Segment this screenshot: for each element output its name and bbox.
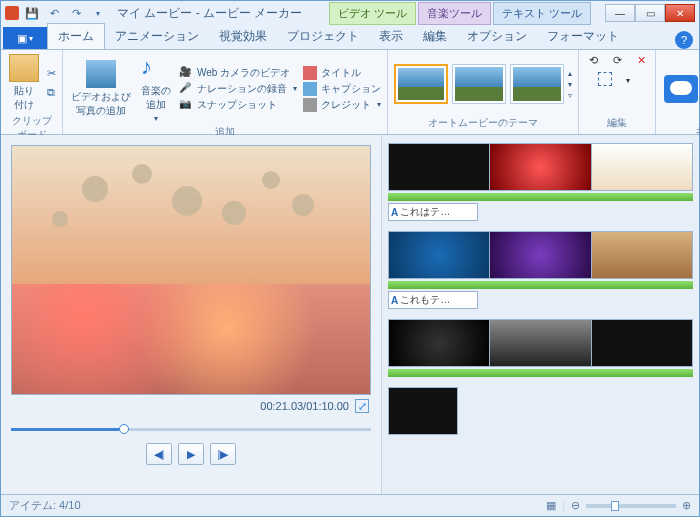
video-tools-tab[interactable]: ビデオ ツール [329, 2, 416, 25]
tab-view[interactable]: 表示 [369, 24, 413, 49]
zoom-out-icon[interactable]: ⊖ [571, 499, 580, 512]
zoom-slider[interactable] [586, 504, 676, 508]
close-button[interactable]: ✕ [665, 4, 695, 22]
add-media-label: ビデオおよび 写真の追加 [71, 90, 131, 118]
play-button[interactable]: ▶ [178, 443, 204, 465]
clip[interactable] [490, 144, 591, 190]
audio-track[interactable] [388, 193, 693, 201]
zoom-in-icon[interactable]: ⊕ [682, 499, 691, 512]
storyboard-panel[interactable]: Aこれはテ… Aこれもテ… [381, 135, 699, 494]
group-share: 🖬 ムービー の保存 ▾ 共有 [656, 50, 700, 134]
tab-project[interactable]: プロジェクト [277, 24, 369, 49]
add-media-button[interactable]: ビデオおよび 写真の追加 [69, 58, 133, 120]
music-icon: ♪ [141, 54, 171, 82]
preview-panel: 00:21.03/01:10.00 ⤢ ◀| ▶ |▶ [1, 135, 381, 494]
minimize-button[interactable]: — [605, 4, 635, 22]
clip[interactable] [592, 320, 692, 366]
tools-dropdown-icon[interactable]: ▾ [620, 72, 636, 88]
preview-monitor[interactable] [11, 145, 371, 395]
help-icon[interactable]: ? [675, 31, 693, 49]
credit-icon [303, 98, 317, 112]
window-title: マイ ムービー - ムービー メーカー [117, 5, 302, 22]
theme-thumb-3[interactable] [510, 64, 564, 104]
mic-icon: 🎤 [179, 82, 193, 96]
title-icon [303, 66, 317, 80]
items-count: アイテム: 4/10 [9, 498, 81, 513]
add-music-label: 音楽の 追加 [141, 84, 171, 112]
add-music-button[interactable]: ♪ 音楽の 追加 ▾ [139, 52, 173, 125]
seek-bar[interactable] [11, 421, 371, 437]
tab-options[interactable]: オプション [457, 24, 537, 49]
tab-visual-effects[interactable]: 視覚効果 [209, 24, 277, 49]
maximize-button[interactable]: ▭ [635, 4, 665, 22]
caption-clip[interactable]: Aこれはテ… [388, 203, 478, 221]
music-tools-tab[interactable]: 音楽ツール [418, 2, 491, 25]
clip[interactable] [592, 232, 692, 278]
clip[interactable] [490, 232, 591, 278]
theme-thumb-2[interactable] [452, 64, 506, 104]
content-area: 00:21.03/01:10.00 ⤢ ◀| ▶ |▶ [1, 135, 699, 494]
copy-icon[interactable]: ⧉ [47, 86, 56, 99]
cut-icon[interactable]: ✂ [47, 67, 56, 80]
save-icon[interactable]: 💾 [23, 4, 41, 22]
clip[interactable] [389, 388, 457, 434]
file-icon: ▣ [17, 32, 27, 45]
theme-more-icon[interactable]: ▴▾▿ [568, 69, 572, 100]
webcam-video-button[interactable]: 🎥Web カメラのビデオ [179, 66, 297, 80]
file-menu[interactable]: ▣▾ [3, 27, 47, 49]
add-title-button[interactable]: タイトル [303, 66, 381, 80]
redo-icon[interactable]: ↷ [67, 4, 85, 22]
group-edit: ⟲ ⟳ ✕ ▾ 編集 [579, 50, 656, 134]
clip[interactable] [389, 232, 490, 278]
tab-edit[interactable]: 編集 [413, 24, 457, 49]
group-add: ビデオおよび 写真の追加 ♪ 音楽の 追加 ▾ 🎥Web カメラのビデオ 🎤ナレ… [63, 50, 388, 134]
playback-time: 00:21.03/01:10.00 [260, 400, 349, 412]
clip-row-3 [388, 319, 693, 377]
transport-controls: ◀| ▶ |▶ [11, 443, 371, 465]
audio-track[interactable] [388, 281, 693, 289]
select-all-icon[interactable] [598, 72, 612, 86]
edit-group-label: 編集 [585, 116, 649, 132]
group-automovie: ▴▾▿ オートムービーのテーマ [388, 50, 579, 134]
app-window: 💾 ↶ ↷ ▾ マイ ムービー - ムービー メーカー ビデオ ツール 音楽ツー… [0, 0, 700, 517]
next-frame-button[interactable]: |▶ [210, 443, 236, 465]
paste-icon [9, 54, 39, 82]
ribbon-tabs: ▣▾ ホーム アニメーション 視覚効果 プロジェクト 表示 編集 オプション フ… [1, 25, 699, 49]
onedrive-button[interactable] [662, 73, 700, 105]
tab-home[interactable]: ホーム [47, 23, 105, 49]
add-credit-button[interactable]: クレジット▾ [303, 98, 381, 112]
tab-format[interactable]: フォーマット [537, 24, 629, 49]
text-tools-tab[interactable]: テキスト ツール [493, 2, 591, 25]
audio-track[interactable] [388, 369, 693, 377]
delete-icon[interactable]: ✕ [633, 52, 649, 68]
camera-icon: 📷 [179, 98, 193, 112]
cloud-icon [664, 75, 698, 103]
add-caption-button[interactable]: キャプション [303, 82, 381, 96]
clip[interactable] [592, 144, 692, 190]
undo-icon[interactable]: ↶ [45, 4, 63, 22]
rotate-right-icon[interactable]: ⟳ [609, 52, 625, 68]
caption-icon [303, 82, 317, 96]
qat-customize-icon[interactable]: ▾ [89, 4, 107, 22]
narration-button[interactable]: 🎤ナレーションの録音▾ [179, 82, 297, 96]
prev-frame-button[interactable]: ◀| [146, 443, 172, 465]
rotate-left-icon[interactable]: ⟲ [585, 52, 601, 68]
group-clipboard: 貼り 付け ✂ ⧉ クリップボード [1, 50, 63, 134]
theme-thumb-1[interactable] [394, 64, 448, 104]
fullscreen-icon[interactable]: ⤢ [355, 399, 369, 413]
clip-row-1: Aこれはテ… [388, 143, 693, 221]
add-media-icon [86, 60, 116, 88]
clip[interactable] [389, 320, 490, 366]
snapshot-button[interactable]: 📷スナップショット [179, 98, 297, 112]
clip[interactable] [389, 144, 490, 190]
webcam-icon: 🎥 [179, 66, 193, 80]
thumbnail-view-icon[interactable]: ▦ [546, 499, 556, 512]
clip[interactable] [490, 320, 591, 366]
paste-button[interactable]: 貼り 付け [7, 52, 41, 114]
app-icon [5, 6, 19, 20]
contextual-tabs: ビデオ ツール 音楽ツール テキスト ツール [329, 2, 591, 25]
theme-gallery[interactable]: ▴▾▿ [394, 64, 572, 104]
tab-animation[interactable]: アニメーション [105, 24, 209, 49]
caption-clip[interactable]: Aこれもテ… [388, 291, 478, 309]
paste-label: 貼り 付け [14, 84, 34, 112]
